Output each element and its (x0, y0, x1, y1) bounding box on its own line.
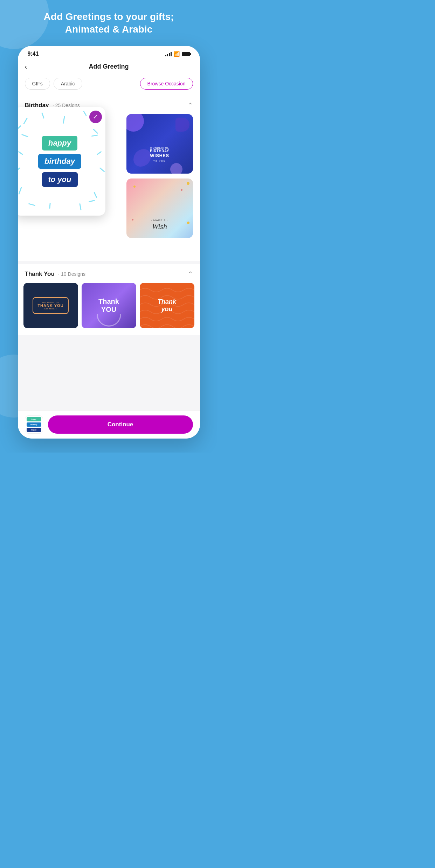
ty-card-3-text: Thank you (158, 298, 176, 313)
thank-word: Thank (98, 298, 119, 306)
you-word: YOU (98, 306, 119, 314)
status-bar: 9:41 📶 (18, 46, 200, 60)
wish-text: Wish (151, 222, 168, 231)
to-you-label: to you (42, 172, 78, 187)
you3-word: you (158, 306, 176, 313)
browse-occasion-button[interactable]: Browse Occasion (140, 78, 193, 90)
thankyou-section-header: Thank You · 10 Designs ⌃ (18, 264, 200, 283)
ty-card-1-inner: WE WANT TO THANK YOU SO MUCH (33, 297, 68, 314)
birthday-label: birthday (38, 154, 81, 169)
make-a-text: · MAKE A · (151, 219, 168, 222)
selected-birthday-card[interactable]: ✓ happy birthday to you (18, 107, 105, 216)
hero-line2: Animated & Arabic (65, 24, 152, 35)
thank3-word: Thank (158, 298, 176, 306)
thankyou-collapse-icon[interactable]: ⌃ (188, 270, 193, 278)
thumb-toyou: to you (27, 428, 41, 432)
happy-label: happy (42, 136, 77, 150)
ty-card-3[interactable]: Thank you (140, 283, 194, 328)
birthday-section: Birthday · 25 Designs ⌃ (18, 95, 200, 261)
wifi-icon: 📶 (174, 51, 180, 57)
thank-you-text: THANK YOU (37, 303, 63, 308)
ty-card-1[interactable]: WE WANT TO THANK YOU SO MUCH (23, 283, 78, 328)
thankyou-grid: WE WANT TO THANK YOU SO MUCH Thank YOU (18, 283, 200, 335)
ty-card-2[interactable]: Thank YOU (82, 283, 136, 328)
right-cards: WONDERFUL BIRTHDAY WISHES TO YOU (126, 114, 193, 238)
status-time: 9:41 (28, 51, 39, 57)
content-area: Birthday · 25 Designs ⌃ (18, 95, 200, 410)
ty-card-2-text: Thank YOU (98, 298, 119, 314)
arabic-filter[interactable]: Arabic (54, 78, 82, 90)
header: ‹ Add Greeting (18, 60, 200, 76)
birthday-collapse-icon[interactable]: ⌃ (188, 102, 193, 109)
thankyou-header-content: Thank You · 10 Designs (25, 271, 86, 278)
page-title: Add Greeting (89, 63, 129, 70)
birthday-text: BIRTHDAY (150, 149, 169, 153)
thankyou-count: · 10 Designs (58, 271, 85, 277)
filter-row: GIFs Arabic Browse Occasion (18, 76, 200, 95)
continue-button[interactable]: Continue (48, 415, 193, 434)
birthday-cards-area: ✓ happy birthday to you WOND (18, 114, 200, 261)
selected-thumbnail: happy birthday to you (25, 415, 43, 434)
wonderful-text: WONDERFUL (150, 147, 169, 149)
signal-icon (165, 51, 172, 56)
phone-frame: 9:41 📶 ‹ Add Greeting GIFs Arabic Browse… (18, 46, 200, 439)
battery-icon (182, 52, 190, 56)
checkmark-badge: ✓ (89, 111, 102, 123)
thankyou-section: Thank You · 10 Designs ⌃ WE WANT TO THAN… (18, 264, 200, 335)
thumb-birthday: birthday (27, 422, 41, 427)
hero-line1: Add Greetings to your gifts; (44, 11, 174, 22)
hero-text: Add Greetings to your gifts; Animated & … (44, 10, 174, 36)
wishes-text: WISHES (150, 153, 169, 158)
gifs-filter[interactable]: GIFs (25, 78, 50, 90)
status-icons: 📶 (165, 51, 190, 57)
to-you-text: TO YOU (150, 159, 169, 163)
thumb-happy: happy (27, 417, 41, 421)
make-wish-card[interactable]: · MAKE A · Wish (126, 178, 193, 238)
birthday-wishes-card[interactable]: WONDERFUL BIRTHDAY WISHES TO YOU (126, 114, 193, 174)
ty-card-2-smile (97, 314, 121, 327)
bottom-bar: happy birthday to you Continue (18, 410, 200, 439)
so-much-text: SO MUCH (37, 308, 63, 310)
thankyou-title-text: Thank You (25, 271, 55, 277)
back-button[interactable]: ‹ (25, 63, 27, 71)
